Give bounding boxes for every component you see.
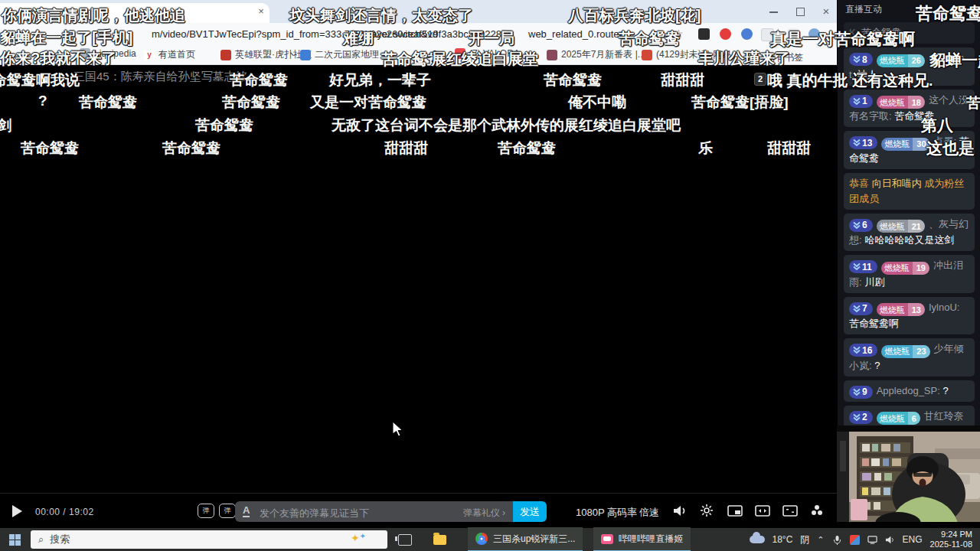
minimize-icon[interactable]	[769, 7, 779, 16]
bookmark-favicon: y	[144, 50, 155, 60]
bilibili-live-icon	[601, 534, 613, 544]
user-level-badge: 9	[849, 386, 873, 399]
bookmark-item[interactable]: y有道首页	[144, 48, 195, 61]
bookmark-label: (7) VALORA	[469, 48, 520, 59]
network-icon[interactable]	[867, 535, 877, 545]
settings-gear-icon[interactable]	[700, 504, 714, 517]
play-button[interactable]	[12, 505, 22, 517]
time-display: 00:00 / 19:02	[35, 507, 94, 517]
watch-together-icon[interactable]	[810, 504, 824, 517]
chrome-window-title: 三国杀up锐评新三...	[493, 533, 575, 546]
danmaku-etiquette-link[interactable]: 弹幕礼仪 ›	[463, 507, 505, 520]
taskbar: ⌕ 搜索 ✦✦ 三国杀up锐评新三... 哔哩哔哩直播姬 18°C 阴 ⌃	[0, 528, 980, 551]
chat-message: 6燃烧瓶21、灰与幻想: 哈哈哈哈哈又是这剑	[844, 214, 975, 252]
search-icon: ⌕	[38, 533, 44, 546]
profile-avatar[interactable]	[808, 28, 820, 40]
maximize-icon[interactable]	[795, 7, 805, 16]
bili-window-title: 哔哩哔哩直播姬	[619, 533, 683, 546]
extension-icon-red[interactable]	[720, 28, 731, 40]
chat-username[interactable]: K:	[849, 27, 861, 38]
chat-message: 13燃烧瓶30点墨: 苦命鸳鸯	[844, 131, 975, 169]
browser-window: × × m/video/BV1TJwTecEpi?spm_id_from=333…	[0, 0, 837, 528]
speaker-icon[interactable]	[885, 535, 895, 545]
webcam-preview	[837, 425, 980, 528]
chat-message-text: 苦命鸳鸯	[861, 27, 901, 38]
taskbar-chrome-window[interactable]: 三国杀up锐评新三...	[468, 527, 583, 551]
bookmark-favicon	[300, 50, 311, 60]
bookmark-item[interactable]: 二次元国家地理	[300, 48, 379, 61]
fan-medal-badge: 燃烧瓶30	[881, 138, 929, 151]
tray-app-icon[interactable]	[850, 535, 860, 545]
fan-medal-badge: 燃烧瓶18	[877, 96, 925, 109]
mouse-cursor	[392, 421, 404, 438]
weather-icon[interactable]	[750, 536, 765, 543]
bookmark-favicon	[547, 50, 557, 60]
browser-tab[interactable]	[0, 3, 270, 23]
bookmark-star-icon[interactable]: ☆	[674, 28, 684, 40]
close-icon[interactable]: ×	[822, 7, 831, 16]
bookmark-item[interactable]: Liquipedia	[80, 48, 136, 59]
chat-message-text: 苦命鸳鸯啊	[849, 318, 899, 329]
taskbar-clock[interactable]: 9:24 PM 2025-11-08	[930, 530, 975, 549]
send-danmaku-button[interactable]: 发送	[513, 501, 547, 522]
widescreen-icon[interactable]	[755, 505, 770, 517]
chat-message: 1燃烧瓶18这个人没有名字取: 苦命鸳鸯	[844, 90, 975, 128]
danmaku-input-placeholder: 发个友善的弹幕见证当下	[260, 507, 369, 520]
weather-temp[interactable]: 18°C	[773, 534, 793, 545]
address-bar-url: 50b02c260ceaf519f3a3bca79228ba	[354, 28, 512, 40]
toolbar-divider	[778, 28, 779, 40]
search-highlights-icon[interactable]: ✦✦	[351, 532, 366, 544]
danmaku-settings-icon[interactable]: 弹	[219, 504, 236, 518]
volume-icon[interactable]	[672, 504, 688, 517]
user-level-badge: 1	[849, 95, 873, 108]
web-fullscreen-icon[interactable]	[782, 505, 798, 517]
chat-username[interactable]: 甘红玲奈	[924, 410, 964, 422]
bookmark-item[interactable]: 英雄联盟·虎扑社区	[220, 48, 312, 61]
chat-message: 8燃烧瓶26Gebudnt: 神人	[844, 47, 975, 86]
address-bar-url: web_related_0.router-re	[528, 28, 635, 40]
player-controls: 00:00 / 19:02 弹 弹 A 发个友善的弹幕见证当下 弹幕礼仪 › 发…	[0, 493, 837, 528]
bookmark-favicon	[455, 48, 466, 59]
microphone-icon[interactable]	[832, 535, 842, 545]
chat-username[interactable]: IylnoU:	[929, 302, 959, 313]
pip-icon[interactable]	[727, 505, 743, 517]
user-level-badge: 16	[849, 344, 877, 357]
extension-icon-blue[interactable]	[741, 28, 753, 40]
text-style-icon[interactable]: A	[243, 505, 250, 517]
bookmark-favicon	[80, 48, 90, 59]
taskbar-bili-window[interactable]: 哔哩哔哩直播姬	[593, 527, 691, 551]
bookmark-label: 二次元国家地理	[315, 48, 379, 61]
tab-close-icon[interactable]: ×	[255, 5, 267, 18]
chat-username[interactable]: 点墨:	[934, 135, 959, 147]
chat-username[interactable]: Appledog_SP:	[877, 385, 943, 396]
chat-message-text: ?	[874, 360, 880, 371]
danmaku-input[interactable]: A 发个友善的弹幕见证当下 弹幕礼仪 ›	[235, 501, 513, 522]
bookmark-item[interactable]: (4129封未读) 网易...	[642, 48, 739, 61]
video-player[interactable]: 三国45：陈寿亲自给孙坚写墓志铭 00:00 / 19:02 弹 弹 A 发个友…	[0, 65, 837, 528]
chat-message-text: 苦命鸳鸯	[894, 110, 934, 122]
bookmark-item[interactable]: (7) VALORA	[455, 48, 520, 59]
chat-message-text: 神人	[858, 69, 877, 80]
menu-icon[interactable]: ≡	[787, 28, 799, 40]
user-level-badge: 11	[849, 260, 877, 273]
all-bookmarks-button[interactable]: 所有书签	[766, 51, 803, 64]
fan-medal-badge: 燃烧瓶26	[877, 54, 925, 67]
file-explorer-button[interactable]	[433, 535, 446, 545]
bookmark-item[interactable]: 2025年7月新番表 |...	[547, 48, 645, 61]
task-view-button[interactable]	[398, 534, 412, 546]
user-level-badge: 6	[849, 219, 873, 232]
tray-expand-icon[interactable]: ⌃	[817, 535, 824, 545]
bookmark-label: Liquipedia	[94, 48, 136, 59]
extensions-puzzle-icon[interactable]	[761, 28, 774, 41]
language-indicator[interactable]: ENG	[903, 534, 923, 545]
extension-icon-dark[interactable]	[698, 28, 710, 40]
chat-panel-header: 直播互动	[838, 0, 980, 18]
bookmark-favicon	[642, 50, 652, 60]
bookmarks-bar: Liquipediay有道首页英雄联盟·虎扑社区二次元国家地理(7) VALOR…	[0, 45, 837, 65]
browser-toolbar: m/video/BV1TJwTecEpi?spm_id_from=333.788…	[0, 23, 837, 45]
user-level-badge: 2	[849, 411, 873, 424]
weather-cond[interactable]: 阴	[800, 533, 809, 546]
danmaku-toggle-icon[interactable]: 弹	[198, 504, 214, 518]
start-button[interactable]	[9, 534, 21, 546]
taskbar-search[interactable]: ⌕ 搜索 ✦✦	[31, 530, 387, 549]
